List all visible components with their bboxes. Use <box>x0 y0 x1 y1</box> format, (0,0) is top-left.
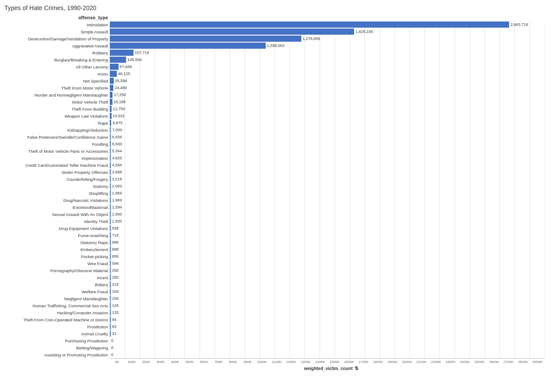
bar-value-label: 594 <box>112 261 119 266</box>
bar-row: 157,719 <box>110 49 553 56</box>
bar-value-label: 156 <box>112 296 119 301</box>
bar-label: Assisting or Promoting Prostitution <box>4 351 110 358</box>
bar-value-label: 1,629,156 <box>355 29 373 34</box>
bar-fill <box>110 148 111 154</box>
bar-fill <box>110 134 111 140</box>
bar-fill <box>110 22 509 28</box>
bar-label: Shoplifting <box>4 190 110 197</box>
bar-row: 1,629,156 <box>110 28 553 35</box>
x-axis-tick: 800K <box>226 360 240 364</box>
bar-fill <box>110 176 111 182</box>
x-axis-tick: 1400K <box>313 360 327 364</box>
bar-row: 1,500 <box>110 211 553 218</box>
x-axis-tick: 2400K <box>458 360 472 364</box>
bar-label: False Pretenses/Swindle/Confidence Game <box>4 133 110 140</box>
bar-value-label: 1,500 <box>112 212 122 216</box>
bar-row: 156 <box>110 288 553 295</box>
bar-fill <box>110 162 111 168</box>
bar-label: Incest <box>4 274 110 281</box>
bar-row: 719 <box>110 232 553 239</box>
bar-row: 0 <box>110 344 553 351</box>
bar-fill <box>110 246 111 252</box>
bar-value-label: 157,719 <box>135 50 149 55</box>
x-axis-label: weighted_victim_count ⇅ <box>110 366 553 371</box>
bar-row: 10,531 <box>110 112 553 119</box>
bar-value-label: 125 <box>112 303 119 308</box>
bar-row: 11,750 <box>110 105 553 112</box>
bar-row: 125 <box>110 302 553 309</box>
bar-value-label: 25,594 <box>115 79 127 83</box>
bar-fill <box>110 274 111 281</box>
offense-type-header: offense_type <box>4 15 110 20</box>
chart-area: IntimidationSimple AssaultDestruction/Da… <box>4 21 553 358</box>
bar-label: Bribery <box>4 281 110 288</box>
x-axis-tick: 500K <box>182 360 197 364</box>
bar-value-label: 2,663,719 <box>510 22 528 27</box>
bar-row: 656 <box>110 253 553 260</box>
x-axis-tick: 100K <box>124 360 139 364</box>
x-axis-tick: 1200K <box>284 360 298 364</box>
bar-row: 31 <box>110 330 553 337</box>
x-axis-tick: 1100K <box>269 360 284 364</box>
bar-value-label: 688 <box>112 247 119 252</box>
bar-row: 219 <box>110 281 553 288</box>
bar-fill <box>110 85 113 91</box>
bar-label: Credit Card/Automated Teller Machine Fra… <box>4 162 110 169</box>
bar-row: 63 <box>110 323 553 330</box>
bar-row: 156 <box>110 295 553 302</box>
bar-fill <box>110 260 111 266</box>
bar-value-label: 2,063 <box>112 184 122 188</box>
x-axis-tick: 700K <box>211 360 226 364</box>
bar-value-label: 46,125 <box>118 72 130 76</box>
bar-label: Intimidation <box>4 21 110 28</box>
bar-row: 16,188 <box>110 98 553 105</box>
bar-value-label: 94 <box>112 317 116 322</box>
bar-value-label: 7,000 <box>112 128 122 132</box>
chart-title: Types of Hate Crimes, 1990-2020 <box>4 4 553 11</box>
bar-label: Simple Assault <box>4 28 110 35</box>
bar-fill <box>110 225 111 231</box>
bar-row: 94 <box>110 316 553 323</box>
bar-value-label: 250 <box>112 275 119 280</box>
bar-fill <box>110 92 112 98</box>
bar-value-label: 0 <box>111 352 113 357</box>
bar-value-label: 4,625 <box>112 156 122 160</box>
bar-fill <box>110 169 111 175</box>
x-axis-tick: 2200K <box>429 360 443 364</box>
bar-row: 2,063 <box>110 183 553 190</box>
bar-label: Betting/Wagering <box>4 344 110 351</box>
bar-row: 688 <box>110 239 553 246</box>
bar-label: Murder and Nonnegligent Manslaughter <box>4 91 110 98</box>
bar-label: Weapon Law Violations <box>4 112 110 119</box>
bar-value-label: 1,969 <box>112 198 122 202</box>
bar-row: 250 <box>110 267 553 274</box>
bar-fill <box>110 106 112 112</box>
bar-fill <box>110 71 117 77</box>
x-axis-tick: 200K <box>139 360 153 364</box>
bar-label: Theft of Motor Vehicle Parts or Accessor… <box>4 147 110 155</box>
bar-row: 6,500 <box>110 140 553 147</box>
bar-label: Aggravated Assault <box>4 42 110 49</box>
bar-label: Welfare Fraud <box>4 288 110 295</box>
bar-fill <box>110 218 111 224</box>
bar-fill <box>110 190 111 196</box>
bar-value-label: 63 <box>112 324 116 329</box>
bar-row: 1,038,563 <box>110 42 553 49</box>
bar-label: Sexual Assault With An Object <box>4 211 110 218</box>
bar-fill <box>110 267 111 273</box>
bar-row: 250 <box>110 274 553 281</box>
bar-fill <box>110 281 111 288</box>
bar-fill <box>110 127 111 133</box>
bar-label: Prostitution <box>4 323 110 330</box>
bars-column: 2,663,7191,629,1561,276,6561,038,563157,… <box>110 21 553 358</box>
bar-label: Identity Theft <box>4 218 110 225</box>
x-axis-tick: 2700K <box>501 360 516 364</box>
bar-value-label: 31 <box>112 331 116 336</box>
bar-label: Theft From Building <box>4 105 110 112</box>
bar-fill <box>110 253 111 259</box>
bar-row: 594 <box>110 260 553 267</box>
bar-label: Theft From Coin-Operated Machine or Devi… <box>4 316 110 323</box>
x-axis-tick: 1000K <box>255 360 269 364</box>
bar-value-label: 719 <box>112 233 119 237</box>
bar-label: Statutory Rape <box>4 239 110 246</box>
